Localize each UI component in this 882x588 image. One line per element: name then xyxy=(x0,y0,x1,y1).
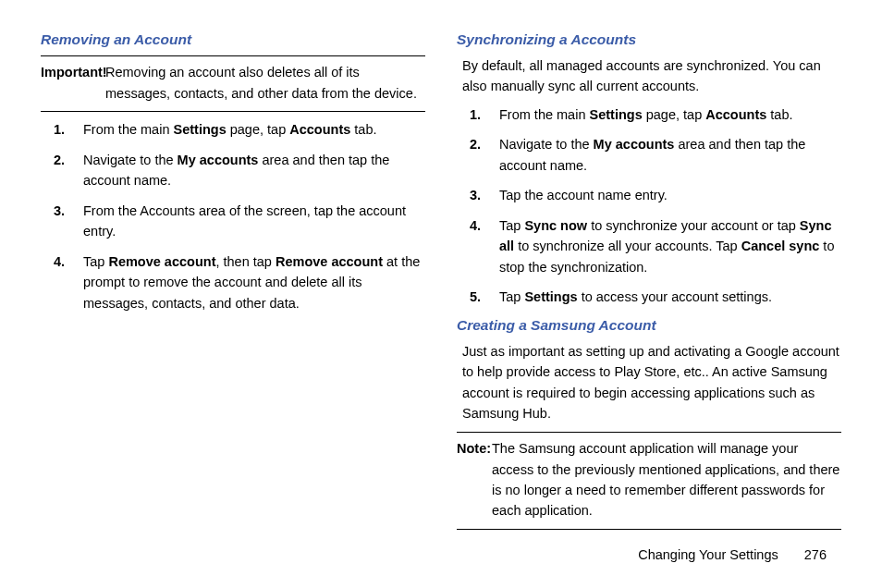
intro-samsung: Just as important as setting up and acti… xyxy=(457,341,841,424)
steps-sync: 1. From the main Settings page, tap Acco… xyxy=(457,104,841,308)
heading-creating-samsung: Creating a Samsung Account xyxy=(457,317,841,334)
step: 3. From the Accounts area of the screen,… xyxy=(41,201,425,242)
note-label: Note: xyxy=(457,441,491,456)
heading-sync-accounts: Synchronizing a Accounts xyxy=(457,31,841,48)
step: 4. Tap Sync now to synchronize your acco… xyxy=(457,215,841,277)
note-callout: Note: The Samsung account application wi… xyxy=(457,438,841,527)
important-callout: Important! Removing an account also dele… xyxy=(41,62,425,109)
rule xyxy=(41,111,425,112)
left-column: Removing an Account Important! Removing … xyxy=(41,31,425,531)
right-column: Synchronizing a Accounts By default, all… xyxy=(457,31,841,531)
note-text: The Samsung account application will man… xyxy=(457,438,841,521)
step: 1. From the main Settings page, tap Acco… xyxy=(41,119,425,140)
step: 4. Tap Remove account, then tap Remove a… xyxy=(41,251,425,313)
page-footer: Changing Your Settings 276 xyxy=(638,547,827,562)
step: 3. Tap the account name entry. xyxy=(457,185,841,205)
rule xyxy=(41,55,425,56)
step: 1. From the main Settings page, tap Acco… xyxy=(457,104,841,125)
important-label: Important! xyxy=(41,65,107,80)
rule xyxy=(457,432,841,433)
step: 2. Navigate to the My accounts area and … xyxy=(457,134,841,176)
intro-sync: By default, all managed accounts are syn… xyxy=(457,55,841,97)
footer-page-number: 276 xyxy=(804,547,827,562)
steps-removing: 1. From the main Settings page, tap Acco… xyxy=(41,119,425,313)
step: 2. Navigate to the My accounts area and … xyxy=(41,150,425,191)
footer-section: Changing Your Settings xyxy=(638,547,778,562)
heading-removing-account: Removing an Account xyxy=(41,31,425,48)
rule xyxy=(457,529,841,530)
step: 5. Tap Settings to access your account s… xyxy=(457,287,841,307)
